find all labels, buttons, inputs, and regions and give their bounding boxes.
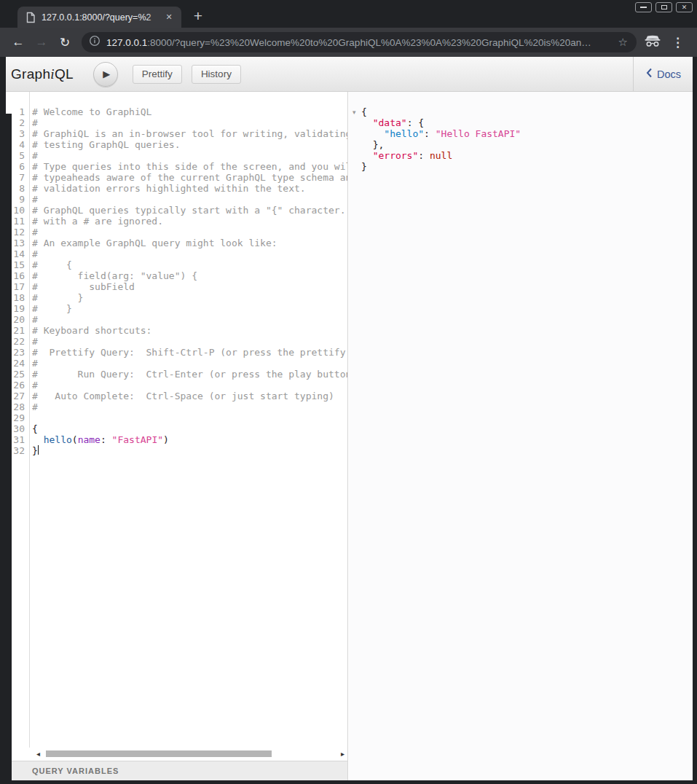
fold-arrow-icon[interactable]: ▾ bbox=[353, 109, 356, 116]
token-pun: : bbox=[418, 150, 430, 161]
maximize-icon[interactable] bbox=[655, 2, 672, 12]
query-editor-scroll[interactable]: 1234567891011121314151617181920212223242… bbox=[6, 92, 347, 748]
token-pun: } bbox=[361, 161, 367, 172]
query-variables-bar[interactable]: QUERY VARIABLES bbox=[6, 761, 347, 780]
minimize-icon[interactable] bbox=[635, 2, 652, 12]
site-info-icon[interactable] bbox=[89, 35, 101, 50]
graphiql-topbar: GraphiQL ▶ Prettify History Docs bbox=[6, 57, 693, 92]
token-com: # bbox=[32, 227, 38, 238]
url-field[interactable]: 127.0.0.1:8000/?query=%23%20Welcome%20to… bbox=[82, 32, 637, 52]
code-line[interactable]: # An example GraphQL query might look li… bbox=[32, 238, 347, 248]
code-line[interactable]: # field(arg: "value") { bbox=[32, 270, 347, 281]
token-com: # Auto Complete: Ctrl-Space (or just sta… bbox=[32, 391, 334, 401]
code-line[interactable]: # Welcome to GraphiQL bbox=[32, 106, 347, 117]
token-com: # typeaheads aware of the current GraphQ… bbox=[32, 172, 347, 183]
code-line[interactable]: # Type queries into this side of the scr… bbox=[32, 161, 347, 172]
token-com: # bbox=[32, 314, 38, 325]
code-line[interactable]: # bbox=[32, 150, 347, 161]
history-button[interactable]: History bbox=[192, 65, 241, 84]
incognito-icon bbox=[644, 35, 661, 50]
code-line[interactable]: # Auto Complete: Ctrl-Space (or just sta… bbox=[32, 391, 347, 401]
code-line[interactable]: # bbox=[32, 401, 347, 412]
code-line[interactable]: # { bbox=[32, 259, 347, 270]
token-com: # bbox=[32, 401, 38, 412]
horizontal-scrollbar[interactable]: ◂ ▸ bbox=[31, 748, 347, 761]
code-line[interactable]: # Prettify Query: Shift-Ctrl-P (or press… bbox=[32, 347, 347, 358]
code-line[interactable]: # Run Query: Ctrl-Enter (or press the pl… bbox=[32, 369, 347, 380]
code-line[interactable]: # bbox=[32, 314, 347, 325]
tab-close-icon[interactable]: ✕ bbox=[162, 11, 176, 24]
code-line[interactable]: # with a # are ignored. bbox=[32, 216, 347, 227]
token-pun: ( bbox=[72, 434, 78, 445]
token-pln bbox=[361, 150, 373, 161]
graphiql-main: 1234567891011121314151617181920212223242… bbox=[6, 92, 693, 780]
scroll-left-icon[interactable]: ◂ bbox=[36, 750, 40, 758]
scroll-right-icon[interactable]: ▸ bbox=[341, 750, 344, 758]
code-line[interactable]: # bbox=[32, 380, 347, 391]
close-icon[interactable]: ✕ bbox=[676, 2, 693, 12]
code-line[interactable]: # subField bbox=[32, 281, 347, 292]
docs-toggle[interactable]: Docs bbox=[633, 57, 693, 92]
bookmark-star-icon[interactable]: ☆ bbox=[615, 36, 631, 49]
token-com: # An example GraphQL query might look li… bbox=[32, 238, 277, 248]
code-line[interactable]: # GraphQL queries typically start with a… bbox=[32, 205, 347, 216]
prettify-button[interactable]: Prettify bbox=[133, 65, 182, 84]
browser-menu-icon[interactable]: ⋮ bbox=[672, 35, 687, 50]
tab-title: 127.0.0.1:8000/?query=%2 bbox=[42, 12, 162, 23]
address-bar-right: ⋮ bbox=[644, 35, 687, 50]
code-line[interactable]: # bbox=[32, 227, 347, 238]
code-line[interactable] bbox=[32, 412, 347, 423]
editor-code[interactable]: # Welcome to GraphiQL## GraphiQL is an i… bbox=[32, 92, 347, 456]
token-str: "Hello FastAPI" bbox=[436, 128, 521, 139]
token-com: # bbox=[32, 117, 38, 128]
code-line: "hello": "Hello FastAPI" bbox=[361, 128, 693, 139]
code-line[interactable]: # bbox=[32, 117, 347, 128]
token-com: # Run Query: Ctrl-Enter (or press the pl… bbox=[32, 369, 347, 380]
tab-title-fade bbox=[146, 12, 162, 23]
code-line: { bbox=[361, 106, 693, 117]
scrollbar-thumb[interactable] bbox=[46, 750, 272, 757]
code-line[interactable]: # validation errors highlighted within t… bbox=[32, 183, 347, 194]
browser-tab[interactable]: 127.0.0.1:8000/?query=%2 ✕ bbox=[17, 7, 181, 28]
token-com: # bbox=[32, 194, 38, 205]
token-com: # testing GraphQL queries. bbox=[32, 139, 181, 150]
token-com: # Type queries into this side of the scr… bbox=[32, 161, 347, 172]
forward-icon[interactable]: → bbox=[31, 31, 52, 53]
token-com: # { bbox=[32, 259, 72, 270]
token-pun: : { bbox=[407, 117, 424, 128]
reload-icon[interactable]: ↻ bbox=[54, 31, 76, 53]
code-line[interactable]: # Keyboard shortcuts: bbox=[32, 325, 347, 336]
address-bar: ← → ↻ 127.0.0.1:8000/?query=%23%20Welcom… bbox=[0, 28, 697, 57]
token-pun: ) bbox=[163, 434, 169, 445]
code-line[interactable]: # } bbox=[32, 292, 347, 303]
code-line[interactable]: # testing GraphQL queries. bbox=[32, 139, 347, 150]
token-pun: : bbox=[101, 434, 106, 445]
code-line[interactable]: hello(name: "FastAPI") bbox=[32, 434, 347, 445]
code-line[interactable]: # bbox=[32, 358, 347, 369]
window-frame-left bbox=[6, 114, 12, 780]
back-icon[interactable]: ← bbox=[7, 31, 29, 53]
token-def: "errors" bbox=[373, 150, 419, 161]
token-com: # } bbox=[32, 292, 83, 303]
token-com: # } bbox=[32, 303, 72, 314]
new-tab-button[interactable]: + bbox=[188, 6, 208, 26]
code-line[interactable]: # bbox=[32, 194, 347, 205]
execute-query-button[interactable]: ▶ bbox=[93, 62, 118, 87]
play-icon: ▶ bbox=[103, 68, 110, 79]
window-frame-left bbox=[0, 57, 6, 784]
code-line: "errors": null bbox=[361, 150, 693, 161]
token-com: # GraphiQL is an in-browser tool for wri… bbox=[32, 128, 347, 139]
code-line[interactable]: } bbox=[32, 445, 347, 456]
code-line[interactable]: # bbox=[32, 336, 347, 347]
token-kw: null bbox=[430, 150, 452, 161]
window-frame-bottom bbox=[0, 780, 697, 784]
code-line[interactable]: # bbox=[32, 248, 347, 259]
code-line[interactable]: # typeaheads aware of the current GraphQ… bbox=[32, 172, 347, 183]
code-line[interactable]: { bbox=[32, 423, 347, 434]
code-line[interactable]: # GraphiQL is an in-browser tool for wri… bbox=[32, 128, 347, 139]
code-line[interactable]: # } bbox=[32, 303, 347, 314]
url-text: 127.0.0.1:8000/?query=%23%20Welcome%20to… bbox=[106, 37, 615, 48]
token-fld: hello bbox=[44, 434, 72, 445]
query-editor-pane[interactable]: 1234567891011121314151617181920212223242… bbox=[6, 92, 348, 780]
token-pun: } bbox=[32, 445, 38, 456]
